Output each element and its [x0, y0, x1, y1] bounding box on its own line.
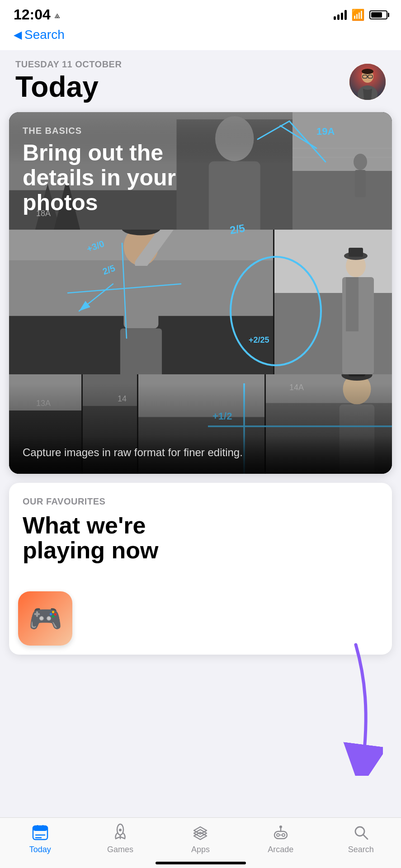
- second-card[interactable]: OUR FAVOURITES What we're playing now 🎮: [9, 483, 392, 655]
- back-label[interactable]: Search: [24, 28, 65, 42]
- back-chevron-icon: ◀: [14, 28, 22, 41]
- collage-mid-left: [9, 230, 273, 374]
- svg-rect-33: [274, 230, 392, 293]
- card-text-overlay: THE BASICS Bring out the details in your…: [9, 112, 392, 215]
- search-tab-label: Search: [348, 845, 374, 854]
- svg-rect-37: [346, 277, 359, 331]
- avatar[interactable]: [349, 64, 386, 100]
- signal-icon: [334, 10, 347, 20]
- svg-point-83: [277, 834, 279, 836]
- tab-arcade[interactable]: Arcade: [258, 823, 303, 854]
- status-icons: 📶: [334, 9, 387, 21]
- tab-today[interactable]: Today: [18, 823, 63, 854]
- svg-point-6: [362, 69, 373, 74]
- collage-middle: [9, 230, 392, 374]
- second-card-category: OUR FAVOURITES: [23, 496, 378, 507]
- svg-point-81: [119, 829, 122, 831]
- today-header: TUESDAY 11 OCTOBER Today: [0, 50, 401, 112]
- second-card-bottom: 🎮: [9, 582, 392, 655]
- svg-rect-29: [120, 328, 162, 374]
- back-nav[interactable]: ◀ Search: [0, 26, 401, 50]
- card-category: THE BASICS: [23, 126, 378, 136]
- status-bar: 12:04 ⟁ 📶: [0, 0, 401, 26]
- svg-rect-28: [124, 266, 159, 328]
- card-bottom-overlay: Capture images in raw format for finer e…: [9, 436, 392, 474]
- today-tab-icon: [31, 823, 49, 843]
- wifi-icon: 📶: [351, 9, 365, 21]
- search-tab-icon: [352, 823, 370, 843]
- second-card-headline: What we're playing now: [23, 513, 194, 562]
- games-tab-icon: [111, 823, 129, 843]
- today-date: TUESDAY 11 OCTOBER: [15, 59, 122, 70]
- svg-rect-34: [274, 293, 392, 374]
- card-headline: Bring out the details in your photos: [23, 141, 203, 215]
- location-icon: ⟁: [54, 9, 60, 21]
- card-description: Capture images in raw format for finer e…: [23, 445, 378, 460]
- main-content: TUESDAY 11 OCTOBER Today: [0, 50, 401, 736]
- today-title: Today: [15, 72, 122, 101]
- feature-card[interactable]: 19A 18A +3/0 2/5 2/5: [9, 112, 392, 474]
- arcade-tab-icon: [272, 823, 290, 843]
- game-app-icon: 🎮: [18, 591, 72, 646]
- tab-games[interactable]: Games: [98, 823, 143, 854]
- svg-point-86: [279, 826, 282, 828]
- battery-icon: [369, 10, 387, 19]
- second-card-content: OUR FAVOURITES What we're playing now: [9, 483, 392, 562]
- games-tab-label: Games: [107, 845, 133, 854]
- today-header-text: TUESDAY 11 OCTOBER Today: [15, 59, 122, 101]
- apps-tab-label: Apps: [191, 845, 210, 854]
- today-tab-label: Today: [29, 845, 51, 854]
- apps-tab-icon: [191, 823, 209, 843]
- svg-rect-52: [349, 374, 365, 377]
- arcade-tab-label: Arcade: [268, 845, 293, 854]
- svg-rect-39: [349, 248, 363, 257]
- svg-rect-74: [33, 826, 47, 831]
- home-indicator: [156, 862, 246, 864]
- avatar-image: [349, 64, 386, 100]
- svg-rect-76: [42, 825, 44, 828]
- svg-point-84: [282, 834, 285, 836]
- svg-point-87: [280, 835, 281, 836]
- status-time: 12:04: [14, 6, 51, 23]
- tab-apps[interactable]: Apps: [178, 823, 223, 854]
- collage-mid-right: [274, 230, 392, 374]
- svg-rect-75: [37, 825, 38, 828]
- svg-line-89: [363, 835, 368, 839]
- tab-bar: Today Games Apps: [0, 817, 401, 868]
- tab-search[interactable]: Search: [338, 823, 383, 854]
